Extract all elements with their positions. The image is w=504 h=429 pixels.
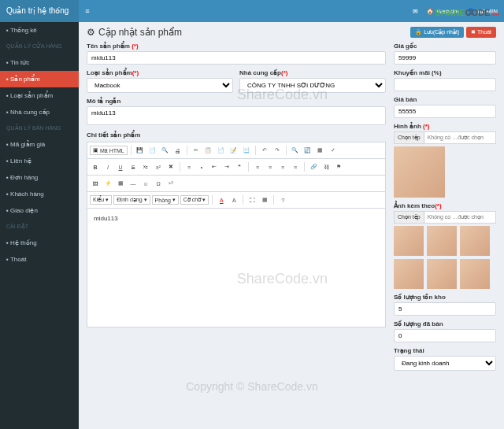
bgcolor-icon[interactable]: A bbox=[228, 194, 239, 205]
bold-icon[interactable]: B bbox=[90, 161, 101, 172]
new-icon[interactable]: 📄 bbox=[147, 145, 158, 156]
link-icon[interactable]: 🔗 bbox=[308, 161, 319, 172]
sidebar-item[interactable]: ▪ Thoát bbox=[0, 251, 79, 268]
price-sale-input[interactable] bbox=[394, 105, 496, 118]
underline-icon[interactable]: U bbox=[115, 161, 126, 172]
image-label: Hình ảnh (*) bbox=[394, 123, 496, 130]
thumb bbox=[427, 226, 457, 256]
image-icon[interactable]: 🖼 bbox=[90, 178, 101, 189]
stock-label: Số lượng tồn kho bbox=[394, 294, 496, 301]
gear-icon: ⚙ bbox=[87, 27, 95, 38]
ol-icon[interactable]: ≡ bbox=[183, 161, 195, 172]
blocks-icon[interactable]: ▦ bbox=[259, 194, 270, 205]
quote-icon[interactable]: ❝ bbox=[234, 161, 245, 172]
website-link[interactable]: 🏠 Website bbox=[426, 8, 459, 15]
sidebar-item[interactable]: ▪ Giao diện bbox=[0, 202, 79, 219]
stock-input[interactable] bbox=[394, 302, 496, 316]
type-select[interactable]: Macbook bbox=[87, 78, 233, 93]
clear-icon[interactable]: ✖ bbox=[165, 161, 176, 172]
menu-toggle[interactable]: ≡ bbox=[79, 7, 96, 15]
smiley-icon[interactable]: ☺ bbox=[140, 178, 151, 189]
table-icon[interactable]: ▦ bbox=[115, 178, 126, 189]
textcolor-icon[interactable]: A bbox=[216, 194, 227, 205]
hr-icon[interactable]: — bbox=[128, 178, 139, 189]
sup-icon[interactable]: x² bbox=[153, 161, 164, 172]
editor-content[interactable]: midu113 bbox=[87, 209, 385, 327]
sub-icon[interactable]: x₂ bbox=[140, 161, 151, 172]
file-text-extra: Không có …được chọn bbox=[424, 212, 495, 223]
sidebar-item[interactable]: ▪ Mã giảm giá bbox=[0, 136, 79, 153]
ul-icon[interactable]: • bbox=[196, 161, 207, 172]
format-select[interactable]: Định dạng ▾ bbox=[113, 195, 150, 205]
sidebar-item[interactable]: ▪ Khách hàng bbox=[0, 186, 79, 202]
promo-input[interactable] bbox=[394, 78, 496, 91]
break-icon[interactable]: ⏎ bbox=[165, 178, 176, 189]
status-select[interactable]: Đang kinh doanh bbox=[394, 356, 496, 371]
paste-word-icon[interactable]: 📃 bbox=[241, 145, 252, 156]
select-all-icon[interactable]: ▦ bbox=[315, 145, 326, 156]
detail-label: Chi tiết sản phẩm bbox=[87, 131, 386, 139]
sidebar-header: QUẢN LÝ BÁN HÀNG bbox=[0, 120, 79, 136]
supplier-label: Nhà cung cấp(*) bbox=[239, 69, 386, 76]
copy-icon[interactable]: 📋 bbox=[203, 145, 214, 156]
indent-icon[interactable]: ⇥ bbox=[221, 161, 232, 172]
file-button-main[interactable]: Chọn tệp bbox=[395, 132, 424, 143]
italic-icon[interactable]: I bbox=[102, 161, 113, 172]
cut-icon[interactable]: ✂ bbox=[191, 145, 202, 156]
sidebar-item[interactable]: ▪ Sản phẩm bbox=[0, 71, 79, 87]
outdent-icon[interactable]: ⇤ bbox=[209, 161, 220, 172]
supplier-select[interactable]: CÔNG TY TNHH SƠI DƯƠNG bbox=[239, 78, 386, 93]
short-input[interactable]: midu113 bbox=[87, 106, 386, 125]
name-input[interactable] bbox=[87, 51, 386, 65]
find-icon[interactable]: 🔍 bbox=[290, 145, 301, 156]
sidebar: ▪ Thống kêQUẢN LÝ CỬA HÀNG▪ Tin tức▪ Sản… bbox=[0, 22, 79, 429]
align-right-icon[interactable]: ≡ bbox=[277, 161, 288, 172]
exit-button[interactable]: ✖ Thoát bbox=[466, 27, 496, 38]
sold-input[interactable] bbox=[394, 329, 496, 342]
align-center-icon[interactable]: ≡ bbox=[265, 161, 276, 172]
sidebar-item[interactable]: ▪ Liên hệ bbox=[0, 153, 79, 169]
paste-text-icon[interactable]: 📝 bbox=[228, 145, 239, 156]
maximize-icon[interactable]: ⛶ bbox=[246, 194, 258, 205]
font-select[interactable]: Phông ▾ bbox=[152, 195, 179, 205]
editor-toolbar-1: ▣ Mã HTML 💾 📄 🔍 🖨 ✂ 📋 📄 📝 📃 ↶ bbox=[87, 142, 385, 159]
sidebar-item[interactable]: ▪ Tin tức bbox=[0, 54, 79, 71]
editor: ▣ Mã HTML 💾 📄 🔍 🖨 ✂ 📋 📄 📝 📃 ↶ bbox=[87, 142, 386, 327]
price-sale-label: Giá bán bbox=[394, 96, 496, 103]
spell-icon[interactable]: ✓ bbox=[328, 145, 339, 156]
preview-icon[interactable]: 🔍 bbox=[160, 145, 171, 156]
align-justify-icon[interactable]: ≡ bbox=[290, 161, 301, 172]
save-button[interactable]: 🔒 Lưu(Cập nhật) bbox=[410, 27, 464, 38]
paste-icon[interactable]: 📄 bbox=[216, 145, 227, 156]
align-left-icon[interactable]: ≡ bbox=[252, 161, 263, 172]
page-title: ⚙ Cập nhật sản phẩm bbox=[87, 27, 182, 38]
thumbnails bbox=[394, 226, 496, 289]
sidebar-item[interactable]: ▪ Đơn hàng bbox=[0, 169, 79, 186]
sidebar-item[interactable]: ▪ Nhà cung cấp bbox=[0, 104, 79, 120]
save-icon[interactable]: 💾 bbox=[135, 145, 146, 156]
strike-icon[interactable]: S bbox=[128, 161, 139, 172]
sidebar-item[interactable]: ▪ Thống kê bbox=[0, 22, 79, 39]
sidebar-header: QUẢN LÝ CỬA HÀNG bbox=[0, 39, 79, 54]
thumb bbox=[394, 259, 424, 289]
style-select[interactable]: Kiểu ▾ bbox=[90, 195, 112, 205]
unlink-icon[interactable]: ⛓ bbox=[321, 161, 332, 172]
print-icon[interactable]: 🖨 bbox=[172, 145, 183, 156]
price-orig-input[interactable] bbox=[394, 51, 496, 65]
sidebar-item[interactable]: ▪ Hệ thống bbox=[0, 235, 79, 251]
char-icon[interactable]: Ω bbox=[153, 178, 164, 189]
flash-icon[interactable]: ⚡ bbox=[102, 178, 113, 189]
thumb bbox=[427, 259, 457, 289]
sidebar-item[interactable]: ▪ Loại sản phẩm bbox=[0, 87, 79, 104]
size-select[interactable]: Cỡ chữ ▾ bbox=[180, 195, 209, 205]
redo-icon[interactable]: ↷ bbox=[272, 145, 283, 156]
anchor-icon[interactable]: ⚑ bbox=[333, 161, 344, 172]
admin-user[interactable]: 👤 ADMIN bbox=[467, 8, 498, 15]
file-button-extra[interactable]: Chọn tệp bbox=[395, 212, 424, 223]
source-button[interactable]: ▣ Mã HTML bbox=[90, 146, 128, 155]
replace-icon[interactable]: 🔄 bbox=[302, 145, 313, 156]
mail-icon[interactable]: ✉ bbox=[413, 8, 418, 15]
help-icon[interactable]: ? bbox=[277, 194, 288, 205]
main-image bbox=[394, 146, 445, 198]
undo-icon[interactable]: ↶ bbox=[259, 145, 270, 156]
